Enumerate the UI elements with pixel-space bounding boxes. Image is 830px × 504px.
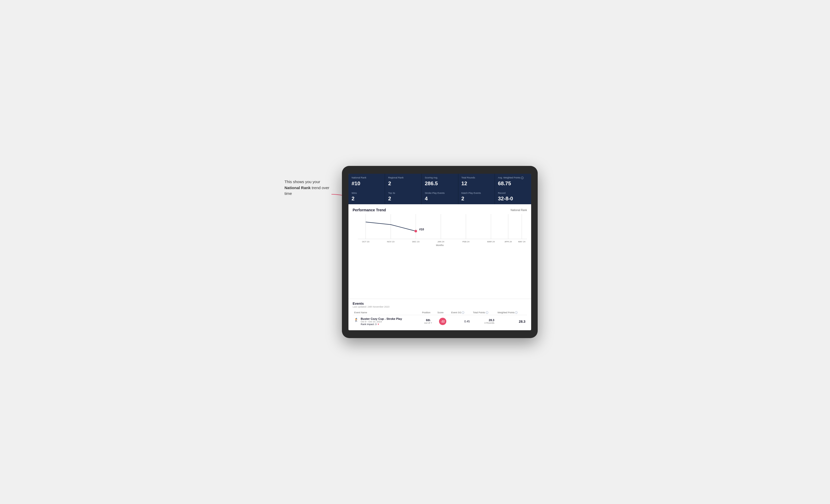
stat-total-rounds-value: 12: [461, 180, 491, 187]
event-position-cell: 6th out of 7: [420, 315, 436, 328]
col-event-sg: Event SG i: [450, 310, 471, 315]
tooltip-annotation: This shows you your National Rank trend …: [285, 179, 337, 197]
event-score-cell: -22: [436, 315, 450, 328]
perf-title: Performance Trend: [353, 208, 386, 212]
stat-match-play-events: Match Play Events 2: [458, 189, 494, 204]
stat-avg-weighted-points: Avg. Weighted Points i 68.75: [495, 174, 531, 189]
rank-down-icon: ▼: [377, 323, 380, 326]
stat-national-rank: National Rank #10: [348, 174, 385, 189]
stat-scoring-avg-label: Scoring Avg.: [425, 176, 455, 179]
performance-chart: #10 OCT 23 NOV 23 DEC 23 JAN 24 FEB 24 M…: [353, 214, 527, 243]
stat-top3s: Top 3s 2: [385, 189, 421, 204]
event-name: Buster Cozy Cup - Stroke Play: [361, 317, 402, 321]
col-weighted-points: Weighted Points i: [496, 310, 527, 315]
tooltip-text-part1: This shows you your: [285, 179, 320, 184]
events-table: Event Name Position Score Event SG i: [353, 310, 527, 328]
events-last-updated: Last updated: 24th November 2023: [353, 305, 527, 308]
col-position: Position: [420, 310, 436, 315]
stat-top3s-label: Top 3s: [388, 192, 418, 195]
scene: This shows you your National Rank trend …: [285, 166, 545, 338]
event-position-sub: out of 7: [422, 322, 434, 324]
stat-stroke-play-events-label: Stroke Play Events: [425, 192, 455, 195]
info-icon-weighted-pts: i: [515, 311, 518, 314]
events-section: Events Last updated: 24th November 2023 …: [348, 299, 531, 330]
event-total-points-sub: 3 Rounds: [473, 322, 494, 324]
chart-x-label: Months: [353, 244, 527, 246]
stat-avg-weighted-points-label: Avg. Weighted Points i: [498, 176, 528, 179]
info-icon-event-sg: i: [462, 311, 464, 314]
event-date: Oct 9 - Oct 10, 2023: [361, 321, 402, 323]
perf-axis-label: National Rank: [511, 209, 527, 211]
stat-record-value: 32-8-0: [498, 196, 528, 202]
chart-container: #10 OCT 23 NOV 23 DEC 23 JAN 24 FEB 24 M…: [353, 214, 527, 243]
stat-regional-rank: Regional Rank 2: [385, 174, 421, 189]
svg-text:JAN 24: JAN 24: [438, 240, 445, 243]
stat-match-play-events-value: 2: [461, 196, 491, 202]
tablet-device: National Rank #10 Regional Rank 2 Scorin…: [342, 166, 538, 338]
svg-text:MAR 24: MAR 24: [487, 240, 495, 243]
svg-text:FEB 24: FEB 24: [462, 240, 470, 243]
stat-top3s-value: 2: [388, 196, 418, 202]
stat-stroke-play-events-value: 4: [425, 196, 455, 202]
svg-text:#10: #10: [419, 228, 424, 231]
stat-national-rank-label: National Rank: [352, 176, 382, 179]
performance-section: Performance Trend National Rank: [348, 204, 531, 299]
stat-avg-weighted-points-value: 68.75: [498, 180, 528, 187]
event-weighted-points-cell: 28.3: [496, 315, 527, 328]
event-rank-impact: Rank Impact: 3 ▼: [361, 323, 402, 326]
stat-record: Record 32-8-0: [495, 189, 531, 204]
info-icon-total-pts: i: [486, 311, 488, 314]
svg-text:OCT 23: OCT 23: [362, 240, 369, 243]
stat-scoring-avg-value: 286.5: [425, 180, 455, 187]
event-sg-value: 0.45: [451, 320, 470, 323]
info-icon-weighted: i: [521, 177, 523, 179]
stat-regional-rank-label: Regional Rank: [388, 176, 418, 179]
stat-record-label: Record: [498, 192, 528, 195]
stats-row2: Wins 2 Top 3s 2 Stroke Play Events 4 Mat…: [348, 189, 531, 204]
event-position: 6th: [422, 318, 434, 322]
event-total-points-cell: 28.3 3 Rounds: [471, 315, 496, 328]
event-icon: 🏌: [354, 318, 359, 322]
stat-scoring-avg: Scoring Avg. 286.5: [421, 174, 458, 189]
svg-text:MAY 24: MAY 24: [518, 240, 525, 243]
table-row: 🏌 Buster Cozy Cup - Stroke Play Oct 9 - …: [353, 315, 527, 328]
events-title: Events: [353, 302, 527, 305]
svg-point-10: [414, 230, 417, 232]
stat-stroke-play-events: Stroke Play Events 4: [421, 189, 458, 204]
stat-wins-label: Wins: [352, 192, 382, 195]
col-score: Score: [436, 310, 450, 315]
svg-text:DEC 23: DEC 23: [412, 240, 420, 243]
stat-wins: Wins 2: [348, 189, 385, 204]
svg-text:APR 24: APR 24: [505, 240, 512, 243]
svg-text:NOV 23: NOV 23: [387, 240, 395, 243]
stats-row1: National Rank #10 Regional Rank 2 Scorin…: [348, 174, 531, 189]
stat-total-rounds-label: Total Rounds: [461, 176, 491, 179]
perf-header: Performance Trend National Rank: [353, 208, 527, 212]
stat-wins-value: 2: [352, 196, 382, 202]
col-total-points: Total Points i: [471, 310, 496, 315]
score-badge: -22: [439, 318, 446, 325]
event-sg-cell: 0.45: [450, 315, 471, 328]
event-total-points-value: 28.3: [473, 318, 494, 322]
tooltip-text-bold: National Rank: [285, 186, 311, 190]
tablet-screen: National Rank #10 Regional Rank 2 Scorin…: [348, 174, 531, 330]
stat-regional-rank-value: 2: [388, 180, 418, 187]
stat-match-play-events-label: Match Play Events: [461, 192, 491, 195]
col-event-name: Event Name: [353, 310, 420, 315]
event-name-cell: 🏌 Buster Cozy Cup - Stroke Play Oct 9 - …: [353, 315, 420, 328]
event-weighted-points-value: 28.3: [498, 320, 525, 324]
stat-total-rounds: Total Rounds 12: [458, 174, 494, 189]
stat-national-rank-value: #10: [352, 180, 382, 187]
